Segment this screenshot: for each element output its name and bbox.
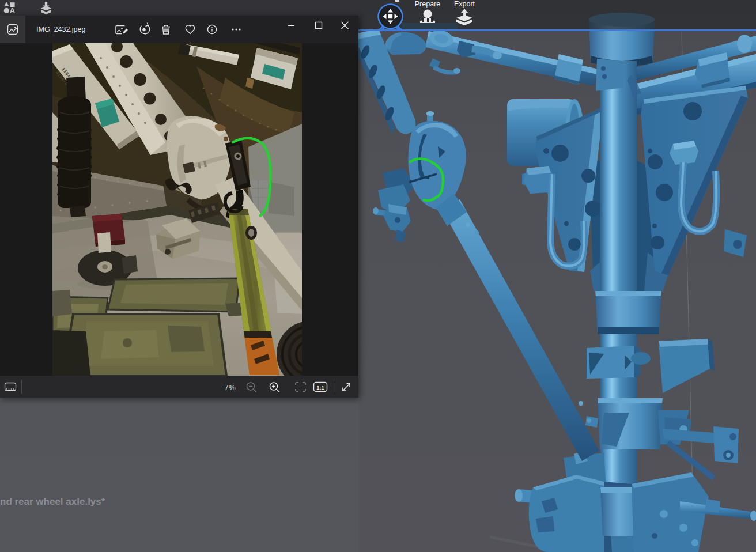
svg-text:A: A [9,6,15,15]
svg-text:Prepare: Prepare [415,0,441,8]
svg-text:1:1: 1:1 [316,384,324,391]
svg-text:7%: 7% [224,383,236,392]
svg-text:Export: Export [454,0,475,8]
